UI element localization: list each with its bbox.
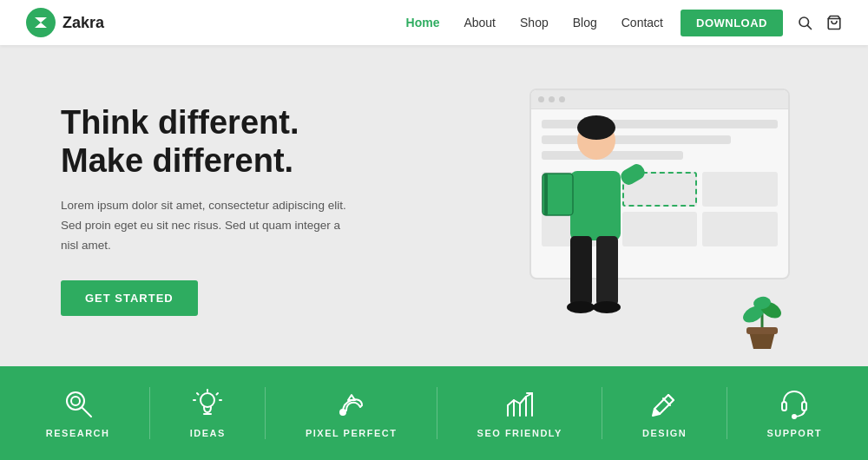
svg-line-35 [663,398,670,405]
footer-item-design: DESIGN [642,388,687,438]
ideas-icon [192,388,223,419]
footer-item-research: RESEARCH [46,388,110,438]
svg-rect-10 [570,236,592,306]
search-button[interactable] [797,15,812,30]
support-label: SUPPORT [766,428,822,438]
nav-item-blog[interactable]: Blog [573,15,597,30]
logo-icon [26,8,56,37]
footer-bar: RESEARCH IDEAS PIXEL PERFECT [0,366,868,460]
browser-dot-1 [538,96,544,102]
nav-item-about[interactable]: About [464,15,496,30]
hero-section: Think different. Make different. Lorem i… [0,45,868,366]
design-icon [649,388,681,419]
brand-name: Zakra [62,14,104,32]
browser-dot-2 [549,96,555,102]
hero-title: Think different. Make different. [61,104,425,180]
research-label: RESEARCH [46,428,110,438]
pixel-perfect-label: PIXEL PERFECT [306,428,397,438]
browser-cell-6 [702,212,778,246]
nav-link-contact[interactable]: Contact [621,16,663,30]
footer-item-seo: SEO FRIENDLY [477,388,562,438]
svg-point-12 [567,301,595,313]
footer-divider-2 [265,387,266,439]
seo-icon [504,388,536,419]
footer-divider-4 [602,387,602,439]
svg-point-38 [792,415,796,418]
ideas-label: IDEAS [190,428,226,438]
footer-divider-1 [149,387,150,439]
nav-links: Home About Shop Blog Contact [406,15,663,30]
nav-link-blog[interactable]: Blog [573,16,597,30]
seo-label: SEO FRIENDLY [477,428,562,438]
svg-rect-14 [746,327,778,334]
svg-rect-9 [544,174,548,215]
cart-button[interactable] [826,15,842,30]
footer-item-ideas: IDEAS [190,388,226,438]
navbar: Zakra Home About Shop Blog Contact DOWNL… [0,0,868,45]
person-figure [534,115,655,349]
nav-link-about[interactable]: About [464,16,496,30]
logo-area[interactable]: Zakra [26,8,104,37]
browser-cell-3 [702,172,778,207]
support-icon [779,388,810,419]
svg-point-13 [593,301,621,313]
pixel-perfect-icon [336,388,367,419]
svg-rect-7 [618,161,647,187]
get-started-button[interactable]: GET STARTED [61,280,198,316]
svg-line-26 [217,393,219,395]
hero-illustration [425,71,816,349]
footer-divider-5 [727,387,727,439]
svg-point-29 [340,410,345,415]
svg-rect-11 [596,236,618,306]
nav-link-home[interactable]: Home [406,16,440,30]
svg-point-21 [71,397,80,405]
svg-line-20 [82,408,91,417]
nav-item-shop[interactable]: Shop [520,15,549,30]
svg-line-1 [807,25,811,29]
svg-rect-36 [782,402,786,411]
hero-content: Think different. Make different. Lorem i… [61,104,425,315]
nav-link-shop[interactable]: Shop [520,16,549,30]
cart-icon [826,15,842,30]
svg-line-25 [197,393,199,395]
nav-item-contact[interactable]: Contact [621,15,663,30]
svg-point-4 [577,115,615,140]
hero-description: Lorem ipsum dolor sit amet, consectetur … [61,196,356,256]
search-icon [797,15,812,30]
browser-dot-3 [559,96,565,102]
browser-bar [531,90,788,109]
footer-item-pixel-perfect: PIXEL PERFECT [306,388,397,438]
footer-item-support: SUPPORT [766,388,822,438]
plant-figure [736,284,788,349]
footer-divider-3 [437,387,437,439]
svg-rect-5 [570,171,621,240]
nav-item-home[interactable]: Home [406,15,440,30]
svg-point-19 [67,392,84,410]
research-icon [62,388,94,419]
svg-rect-37 [802,402,806,411]
download-button[interactable]: DOWNLOAD [681,10,783,36]
design-label: DESIGN [642,428,687,438]
nav-actions: DOWNLOAD [681,10,842,36]
svg-point-22 [201,393,214,407]
